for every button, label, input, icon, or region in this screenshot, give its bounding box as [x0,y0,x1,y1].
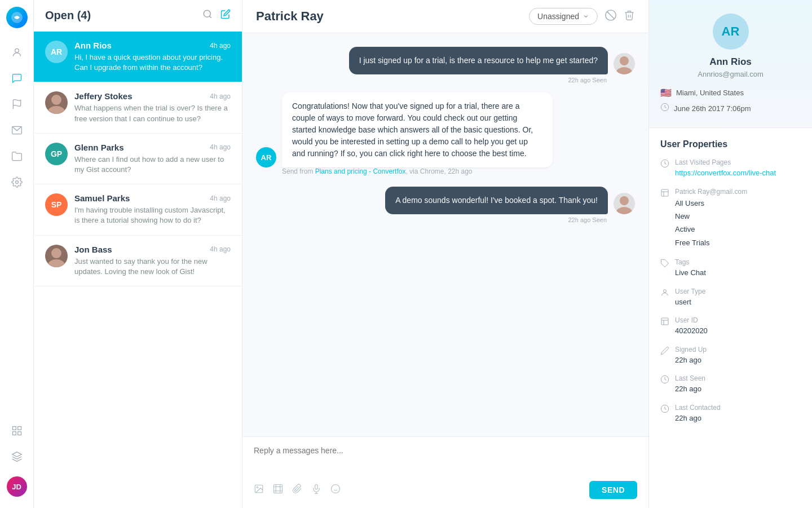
profile-location: 🇺🇸 Miami, United States [660,87,801,98]
delete-icon[interactable] [624,10,635,24]
conv-time-5: 4h ago [210,245,231,253]
conv-preview-3: Where can I find out how to add a new us… [74,154,231,175]
clock-icon-prop-2 [660,375,669,386]
user-properties-section: User Properties Last Visited Pages https… [649,128,812,444]
conv-avatar-2 [45,91,68,114]
reply-box: SEND [242,436,648,508]
conv-item-1[interactable]: AR Ann Rios 4h ago Hi, I have a quick qu… [34,32,242,82]
prop-segments: Patrick Ray@gmail.com All Users New Acti… [660,188,801,250]
conv-time-3: 4h ago [210,143,231,151]
conv-item-3[interactable]: GP Glenn Parks 4h ago Where can I find o… [34,134,242,184]
conv-list-header: Open (4) [34,0,242,32]
msg-avatar-1 [614,53,635,74]
svg-line-17 [607,11,615,19]
svg-rect-7 [12,432,16,435]
prop-label-user-id: User ID [675,316,708,324]
prop-last-visited: Last Visited Pages https://convertfox.co… [660,158,801,179]
svg-point-13 [48,106,65,114]
conv-content-2: Jeffery Stokes 4h ago What happens when … [74,91,231,123]
chat-title: Patrick Ray [256,9,324,24]
prop-value-last-seen: 22h ago [675,383,705,395]
reply-input[interactable] [254,446,637,474]
sidebar-item-avatar[interactable] [6,42,28,63]
conv-preview-1: Hi, I have a quick question about your p… [74,52,231,73]
sidebar-item-flag[interactable] [6,94,28,115]
prop-value-segments: All Users New Active Free Trials [675,197,747,250]
conv-list-title: Open (4) [45,9,91,22]
conv-item-5[interactable]: Jon Bass 4h ago Just wanted to say thank… [34,236,242,286]
svg-rect-5 [12,427,16,430]
conv-name-3: Glenn Parks [74,143,124,152]
prop-value-visited[interactable]: https://convertfox.com/live-chat [675,167,776,179]
send-button[interactable]: SEND [589,481,637,499]
msg-meta-1: 22h ago Seen [568,77,607,83]
conv-content-3: Glenn Parks 4h ago Where can I find out … [74,143,231,175]
conv-item-2[interactable]: Jeffery Stokes 4h ago What happens when … [34,82,242,133]
sidebar-item-folder[interactable] [6,145,28,167]
image-icon[interactable] [254,484,264,497]
msg-bubble-2: Congratulations! Now that you've signed … [282,92,553,167]
prop-value-user-id: 40202020 [675,325,708,337]
svg-point-28 [332,484,340,493]
profile-avatar: AR [713,14,749,50]
svg-point-10 [204,10,210,17]
clock-icon-prop-3 [660,404,669,416]
emoji-icon[interactable] [330,484,341,497]
pencil-icon-prop [660,346,669,357]
prop-value-tags: Live Chat [675,267,706,279]
conv-time-4: 4h ago [210,195,231,202]
sidebar-item-settings[interactable] [6,171,28,193]
message-3: A demo sounds wonderful! I've booked a s… [256,187,635,223]
conv-preview-5: Just wanted to say thank you for the new… [74,257,231,277]
conv-avatar-4: SP [45,193,68,216]
conv-avatar-3: GP [45,143,68,165]
conv-content-4: Samuel Parks 4h ago I'm having trouble i… [74,193,231,226]
svg-point-18 [620,56,629,65]
mic-icon[interactable] [311,484,321,497]
prop-value-last-contacted: 22h ago [675,413,721,424]
profile-name: Ann Rios [709,56,752,68]
svg-rect-25 [315,484,318,489]
compose-icon[interactable] [220,9,231,22]
prop-label-signed-up: Signed Up [675,346,707,354]
msg-bubble-1: I just signed up for a trial, is there a… [349,47,608,74]
reply-tools: SEND [254,481,637,499]
sidebar-item-stack[interactable] [6,446,28,467]
user-icon-prop [660,288,669,299]
conv-time-2: 4h ago [210,92,231,100]
conv-preview-2: What happens when the trial is over? Is … [74,103,231,123]
send-info-2: Send from Plans and pricing - Convertfox… [282,167,635,175]
conversation-list: Open (4) AR Ann Rios 4h ago Hi, I have a… [34,0,242,508]
message-1: I just signed up for a trial, is there a… [256,47,635,83]
sidebar-item-chat[interactable] [6,68,28,89]
tag-icon-prop [660,259,669,270]
unassigned-button[interactable]: Unassigned [529,8,598,25]
user-profile-section: AR Ann Rios Annrios@gmail.com 🇺🇸 Miami, … [649,0,812,128]
svg-point-19 [616,67,632,74]
prop-user-type: User Type usert [660,288,801,308]
conv-time-1: 4h ago [210,42,231,50]
conv-content-1: Ann Rios 4h ago Hi, I have a quick quest… [74,41,231,73]
svg-rect-6 [17,427,21,430]
svg-point-21 [616,207,632,214]
app-logo[interactable] [6,7,28,28]
clock-icon-prop [660,159,669,170]
photo-icon[interactable] [273,484,283,497]
svg-rect-24 [274,484,283,493]
prop-user-id: User ID 40202020 [660,316,801,337]
sidebar-item-layers[interactable] [6,420,28,441]
attach-icon[interactable] [292,484,302,497]
conv-avatar-1: AR [45,41,68,63]
block-icon[interactable] [604,9,617,24]
profile-date: June 26th 2017 7:06pm [660,103,801,114]
svg-point-12 [51,95,61,105]
sidebar-item-mail[interactable] [6,120,28,141]
profile-email: Annrios@gmail.com [698,70,764,78]
send-link[interactable]: Plans and pricing - Convertfox [315,167,406,175]
conv-item-4[interactable]: SP Samuel Parks 4h ago I'm having troubl… [34,184,242,235]
prop-signed-up: Signed Up 22h ago [660,346,801,366]
svg-point-4 [15,181,18,184]
svg-point-14 [51,248,61,258]
search-icon[interactable] [202,9,213,22]
sidebar-user-avatar[interactable]: JD [7,476,27,497]
